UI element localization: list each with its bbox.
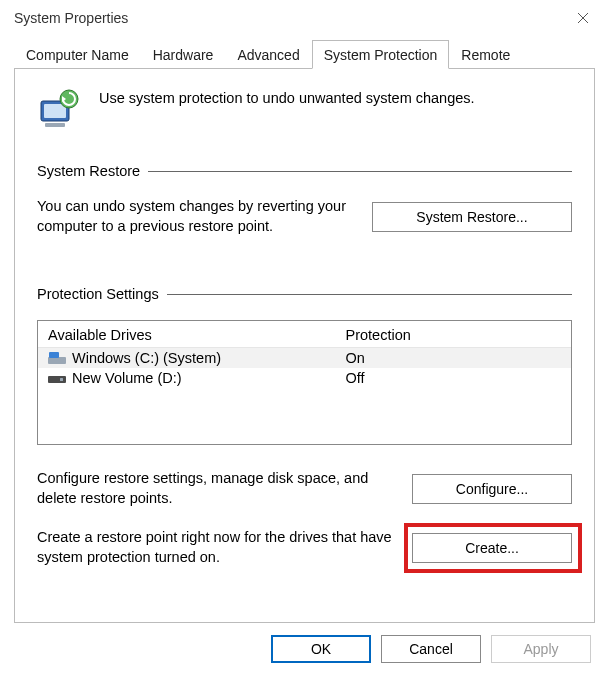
ok-button[interactable]: OK <box>271 635 371 663</box>
system-protection-icon <box>37 87 83 133</box>
intro-text: Use system protection to undo unwanted s… <box>99 87 475 108</box>
drives-body: Windows (C:) (System) On New Volume (D:)… <box>38 348 571 444</box>
close-button[interactable] <box>561 3 605 33</box>
svg-rect-4 <box>45 123 65 127</box>
drive-protection: On <box>346 350 561 366</box>
divider <box>148 171 572 172</box>
window-title: System Properties <box>14 10 128 26</box>
configure-button[interactable]: Configure... <box>412 474 572 504</box>
configure-row: Configure restore settings, manage disk … <box>37 469 572 508</box>
configure-text: Configure restore settings, manage disk … <box>37 469 398 508</box>
tab-hardware[interactable]: Hardware <box>141 40 226 69</box>
apply-button[interactable]: Apply <box>491 635 591 663</box>
drive-row[interactable]: Windows (C:) (System) On <box>38 348 571 368</box>
create-button[interactable]: Create... <box>412 533 572 563</box>
system-properties-window: System Properties Computer Name Hardware… <box>0 0 609 700</box>
drive-name: Windows (C:) (System) <box>72 350 221 366</box>
section-protection-title: Protection Settings <box>37 286 159 302</box>
drive-icon <box>48 371 66 385</box>
section-restore-title: System Restore <box>37 163 140 179</box>
create-text: Create a restore point right now for the… <box>37 528 398 567</box>
divider <box>167 294 572 295</box>
svg-rect-10 <box>60 378 63 381</box>
drive-name: New Volume (D:) <box>72 370 182 386</box>
create-row: Create a restore point right now for the… <box>37 528 572 567</box>
svg-rect-7 <box>48 357 66 364</box>
restore-text: You can undo system changes by reverting… <box>37 197 354 236</box>
drives-table: Available Drives Protection Windows (C:)… <box>37 320 572 445</box>
svg-rect-8 <box>49 352 59 358</box>
tab-advanced[interactable]: Advanced <box>225 40 311 69</box>
tab-content: Use system protection to undo unwanted s… <box>14 68 595 623</box>
titlebar: System Properties <box>0 0 609 36</box>
intro-row: Use system protection to undo unwanted s… <box>37 87 572 133</box>
footer-buttons: OK Cancel Apply <box>0 623 609 677</box>
section-restore-title-row: System Restore <box>37 163 572 179</box>
col-protection: Protection <box>346 327 561 343</box>
close-icon <box>577 12 589 24</box>
tab-system-protection[interactable]: System Protection <box>312 40 450 69</box>
drive-protection: Off <box>346 370 561 386</box>
svg-rect-9 <box>48 376 66 383</box>
tab-remote[interactable]: Remote <box>449 40 522 69</box>
create-highlight: Create... <box>412 533 572 563</box>
system-restore-button[interactable]: System Restore... <box>372 202 572 232</box>
section-protection-title-row: Protection Settings <box>37 286 572 302</box>
drive-icon <box>48 351 66 365</box>
tab-computer-name[interactable]: Computer Name <box>14 40 141 69</box>
tabs: Computer Name Hardware Advanced System P… <box>0 40 609 69</box>
col-available-drives: Available Drives <box>48 327 346 343</box>
drives-header: Available Drives Protection <box>38 321 571 348</box>
drive-row[interactable]: New Volume (D:) Off <box>38 368 571 388</box>
restore-row: You can undo system changes by reverting… <box>37 197 572 236</box>
cancel-button[interactable]: Cancel <box>381 635 481 663</box>
